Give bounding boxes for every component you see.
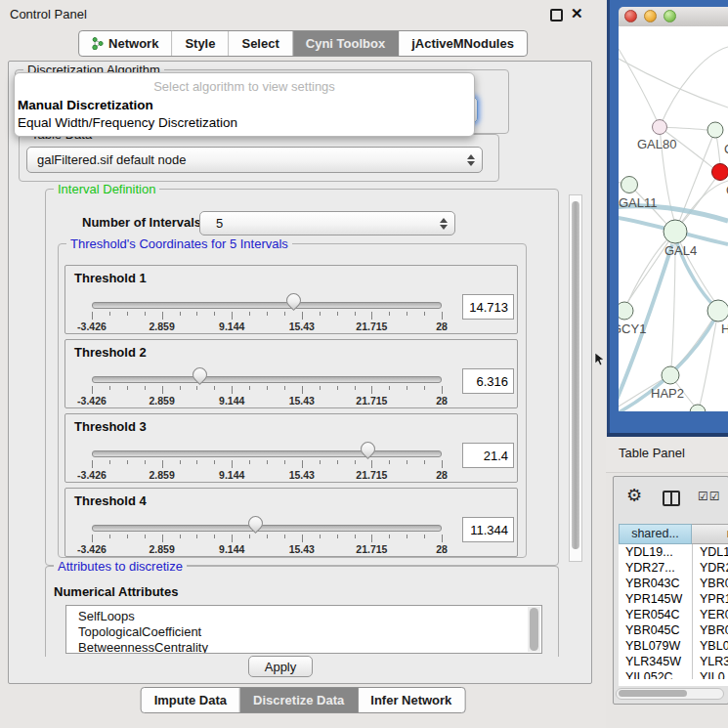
number-of-intervals-combobox[interactable]: 5: [199, 211, 455, 236]
numerical-attributes-list[interactable]: SelfLoopsTopologicalCoefficientBetweenne…: [65, 605, 542, 654]
group-title-attributes: Attributes to discretize: [54, 559, 187, 574]
scrollbar-thumb[interactable]: [619, 690, 687, 697]
network-node[interactable]: [653, 120, 667, 135]
tick-mark: [442, 460, 443, 468]
tab-impute-data[interactable]: Impute Data: [142, 688, 240, 712]
table-row[interactable]: YBR043CYBR0: [619, 576, 728, 591]
network-node[interactable]: [664, 220, 687, 243]
tab-network[interactable]: Network: [79, 31, 172, 56]
threshold-slider[interactable]: -3.4262.8599.14415.4321.71528: [92, 365, 442, 408]
network-node[interactable]: [662, 366, 679, 384]
tab-label: Impute Data: [154, 693, 227, 707]
tick-mark: [320, 386, 321, 390]
list-item-topologicalcoefficient[interactable]: TopologicalCoefficient: [66, 624, 541, 640]
column-header-name[interactable]: n...: [692, 524, 728, 544]
network-node[interactable]: [712, 164, 728, 181]
table-row[interactable]: YDR27...YDR2: [619, 560, 728, 576]
cell-shared-name: YBL079W: [619, 638, 692, 654]
table-row[interactable]: YLR345WYLR3: [619, 654, 728, 669]
tab-label: Infer Network: [370, 693, 451, 707]
threshold-value-field[interactable]: 6.316: [462, 368, 514, 394]
close-traffic-light-icon[interactable]: [624, 10, 637, 22]
apply-button[interactable]: Apply: [248, 656, 313, 677]
table-row[interactable]: YPR145WYPR1: [619, 591, 728, 607]
stepper-arrows-icon: [464, 154, 477, 166]
tick-mark: [355, 460, 356, 464]
network-node-label: H: [721, 321, 728, 336]
threshold-label: Threshold 4: [74, 493, 147, 508]
threshold-value-field[interactable]: 21.4: [462, 443, 514, 468]
network-node[interactable]: [707, 122, 723, 138]
scrollbar-thumb[interactable]: [572, 201, 579, 549]
table-row[interactable]: YBR045CYBR0: [619, 622, 728, 638]
column-header-shared-name[interactable]: shared...: [619, 524, 692, 544]
list-scrollbar[interactable]: [528, 607, 540, 652]
tick-mark: [284, 312, 285, 316]
tick-mark: [92, 535, 93, 542]
vertical-scrollbar[interactable]: [569, 194, 582, 562]
tick-mark: [92, 386, 93, 394]
dropdown-placeholder-option[interactable]: Select algorithm to view settings: [15, 77, 474, 97]
network-node[interactable]: [619, 302, 633, 320]
slider-tick-labels: -3.4262.8599.14415.4321.71528: [92, 469, 442, 481]
tab-infer-network[interactable]: Infer Network: [358, 688, 464, 712]
tab-jactivemnodules[interactable]: jActiveMNodules: [399, 31, 527, 56]
threshold-slider[interactable]: -3.4262.8599.14415.4321.71528: [92, 291, 442, 334]
list-item-selfloops[interactable]: SelfLoops: [66, 609, 541, 624]
gear-icon[interactable]: ⚙: [626, 487, 642, 504]
network-window-titlebar[interactable]: [619, 7, 728, 27]
tab-select[interactable]: Select: [229, 31, 292, 56]
tick-label: 9.144: [219, 395, 244, 407]
network-canvas[interactable]: GAL80GACGAL11GAL4GCY1HHAP2: [619, 26, 728, 411]
table-row[interactable]: YBL079WYBL0: [619, 638, 728, 654]
tick-mark: [127, 312, 128, 316]
close-icon[interactable]: ✕: [571, 5, 583, 22]
tick-mark: [214, 535, 215, 538]
tick-mark: [302, 312, 303, 320]
threshold-slider[interactable]: -3.4262.8599.14415.4321.71528: [92, 514, 442, 557]
tick-mark: [214, 312, 215, 316]
tick-mark: [127, 535, 128, 538]
tick-mark: [127, 460, 128, 464]
tick-mark: [337, 386, 338, 390]
table-row[interactable]: YDL19...YDL1: [619, 544, 728, 560]
tick-mark: [249, 460, 250, 464]
zoom-traffic-light-icon[interactable]: [664, 10, 676, 22]
threshold-slider[interactable]: -3.4262.8599.14415.4321.71528: [92, 440, 442, 483]
tab-style[interactable]: Style: [172, 31, 229, 56]
horizontal-scrollbar[interactable]: [616, 688, 724, 700]
cell-name: YDR2: [692, 560, 728, 576]
numerical-attributes-label: Numerical Attributes: [54, 584, 178, 599]
tick-mark: [162, 460, 163, 468]
bottom-tab-bar: Impute DataDiscretize DataInfer Network: [141, 687, 466, 713]
network-node[interactable]: [707, 300, 728, 321]
minimize-traffic-light-icon[interactable]: [644, 10, 657, 22]
dropdown-option-equal-width-frequency[interactable]: Equal Width/Frequency Discretization: [15, 114, 474, 132]
column-layout-icon[interactable]: [663, 491, 680, 506]
threshold-value-field[interactable]: 14.713: [462, 294, 514, 320]
network-node-label: HAP2: [651, 386, 684, 401]
tick-label: 28: [436, 321, 448, 332]
threshold-box: Threshold 4-3.4262.8599.14415.4321.71528…: [64, 488, 518, 557]
slider-ticks: [92, 386, 442, 394]
table-row[interactable]: YIL052CYIL0: [619, 669, 728, 679]
list-item-betweennesscentrality[interactable]: BetweennessCentrality: [66, 640, 541, 654]
tab-discretize-data[interactable]: Discretize Data: [240, 688, 358, 712]
tick-mark: [249, 386, 250, 390]
table-data-combobox[interactable]: galFiltered.sif default node: [26, 147, 483, 173]
tab-cyni-toolbox[interactable]: Cyni Toolbox: [293, 31, 399, 56]
select-columns-checkboxes-icon[interactable]: ☑☑: [698, 490, 721, 503]
scrollbar-thumb[interactable]: [530, 608, 538, 651]
tick-mark: [196, 460, 197, 464]
cell-name: YBR0: [692, 622, 728, 638]
tick-mark: [109, 460, 110, 464]
dropdown-option-manual-discretization[interactable]: Manual Discretization: [15, 97, 474, 114]
tick-mark: [267, 312, 268, 316]
network-node[interactable]: [621, 177, 638, 193]
threshold-value-field[interactable]: 11.344: [462, 517, 514, 542]
tick-mark: [196, 535, 197, 538]
network-node[interactable]: [690, 405, 706, 411]
float-window-icon[interactable]: [550, 9, 563, 21]
table-row[interactable]: YER054CYER0: [619, 607, 728, 622]
cell-shared-name: YDL19...: [619, 544, 692, 560]
